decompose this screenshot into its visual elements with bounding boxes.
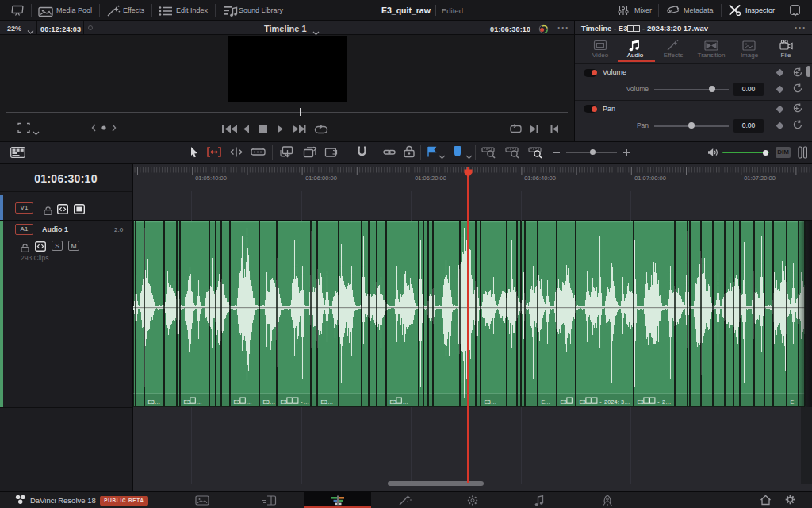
svg-text:3: 3 [641, 398, 644, 406]
svg-text:…: … [665, 398, 671, 406]
svg-text:…: … [327, 398, 333, 406]
svg-text:3: 3 [237, 398, 240, 406]
svg-text:3: 3 [284, 398, 287, 406]
svg-text:E: E [791, 398, 795, 406]
svg-text:…: … [247, 398, 252, 406]
svg-text::: : [618, 398, 619, 406]
svg-text:…: … [545, 398, 550, 406]
svg-text:3: 3 [583, 398, 586, 406]
svg-text:…: … [197, 398, 202, 406]
svg-text:…: … [155, 398, 160, 406]
svg-text:3: 3 [187, 398, 190, 406]
svg-text:…: … [624, 398, 630, 406]
svg-text:3: 3 [393, 398, 396, 406]
svg-text:…: … [403, 398, 408, 406]
svg-text:3: 3 [564, 398, 567, 406]
svg-text:…: … [304, 398, 309, 406]
svg-text:…: … [270, 398, 275, 406]
svg-text:…: … [491, 398, 496, 406]
